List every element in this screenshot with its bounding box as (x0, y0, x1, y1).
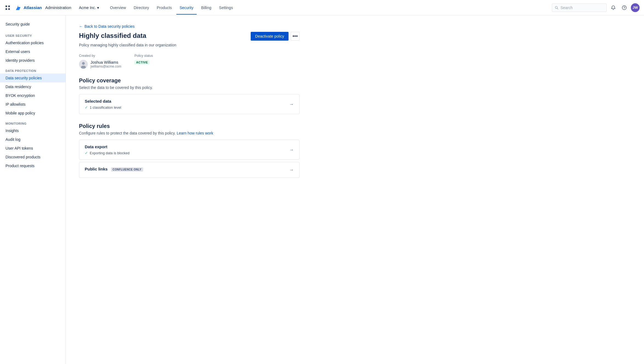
sidebar-item-insights[interactable]: Insights (0, 126, 66, 135)
sidebar-item-security-guide[interactable]: Security guide (0, 20, 66, 29)
svg-point-9 (82, 62, 85, 65)
nav-left: Atlassian Administration Acme Inc. ▾ Ove… (4, 3, 236, 12)
sidebar-item-audit-log[interactable]: Audit log (0, 135, 66, 144)
public-links-arrow: → (289, 167, 294, 172)
status-label: Policy status (134, 54, 153, 58)
nav-link-directory[interactable]: Directory (130, 3, 152, 12)
page-title: Highly classified data (79, 32, 146, 40)
deactivate-policy-button[interactable]: Deactivate policy (251, 32, 289, 41)
public-links-title-text: Public links (85, 167, 108, 171)
status-group: Policy status ACTIVE (134, 54, 153, 69)
sidebar-item-identity-providers[interactable]: Identity providers (0, 56, 66, 65)
creator-avatar (79, 60, 88, 69)
public-links-card[interactable]: Public links CONFLUENCE ONLY → (79, 162, 300, 178)
top-nav: Atlassian Administration Acme Inc. ▾ Ove… (0, 0, 644, 15)
notifications-icon[interactable] (609, 3, 618, 12)
arrow-icon: → (289, 102, 294, 107)
sidebar-item-external-users[interactable]: External users (0, 47, 66, 56)
selected-data-detail: ✓ 1 classification level (85, 105, 121, 110)
check-icon: ✓ (85, 105, 88, 110)
svg-rect-1 (8, 5, 10, 7)
public-links-title: Public links CONFLUENCE ONLY (85, 167, 143, 172)
svg-text:?: ? (623, 6, 625, 9)
atlassian-logo[interactable]: Atlassian (14, 4, 42, 12)
search-icon (555, 6, 558, 10)
coverage-desc: Select the data to be covered by this po… (79, 85, 300, 90)
data-export-arrow: → (289, 147, 294, 152)
status-badge: ACTIVE (134, 60, 149, 65)
data-export-card[interactable]: Data export ✓ Exporting data is blocked … (79, 140, 300, 160)
page-subtitle: Policy managing highly classified data i… (79, 43, 300, 47)
sidebar: Security guide USER SECURITY Authenticat… (0, 15, 66, 364)
svg-rect-3 (8, 8, 10, 10)
data-export-text: Exporting data is blocked (90, 151, 129, 155)
policy-rules-section: Policy rules Configure rules to protect … (79, 123, 300, 178)
sidebar-section-monitoring: MONITORING (0, 117, 66, 126)
creator-group: Created by Joshua Williams jwilliams@acm… (79, 54, 121, 69)
sidebar-item-discovered-products[interactable]: Discovered products (0, 153, 66, 161)
creator-details: Joshua Williams jwilliams@acme.com (91, 60, 121, 68)
nav-links: Overview Directory Products Security Bil… (107, 3, 236, 12)
data-export-detail: ✓ Exporting data is blocked (85, 151, 129, 155)
nav-link-settings[interactable]: Settings (216, 3, 236, 12)
data-export-title: Data export (85, 144, 129, 149)
help-icon[interactable]: ? (620, 3, 629, 12)
rules-desc: Configure rules to protect the data cove… (79, 131, 300, 135)
nav-link-security[interactable]: Security (176, 3, 197, 12)
creator-info: Joshua Williams jwilliams@acme.com (79, 60, 121, 69)
search-input[interactable] (560, 5, 604, 10)
sidebar-item-mobile-app[interactable]: Mobile app policy (0, 109, 66, 117)
policy-meta: Created by Joshua Williams jwilliams@acm… (79, 54, 300, 69)
page-layout: Security guide USER SECURITY Authenticat… (0, 15, 644, 364)
sidebar-item-product-requests[interactable]: Product requests (0, 161, 66, 170)
sidebar-item-auth-policies[interactable]: Authentication policies (0, 38, 66, 47)
main-content: ← Back to Data security policies Highly … (66, 15, 313, 364)
sidebar-item-data-residency[interactable]: Data residency (0, 82, 66, 91)
policy-coverage-section: Policy coverage Select the data to be co… (79, 77, 300, 114)
creator-email: jwilliams@acme.com (91, 65, 121, 68)
confluence-only-badge: CONFLUENCE ONLY (111, 167, 143, 172)
data-export-left: Data export ✓ Exporting data is blocked (85, 144, 129, 155)
org-chevron: ▾ (97, 5, 99, 10)
selected-data-title: Selected data (85, 99, 121, 103)
svg-rect-0 (5, 5, 7, 7)
nav-link-overview[interactable]: Overview (107, 3, 129, 12)
grid-icon[interactable] (4, 4, 11, 11)
search-box[interactable] (552, 4, 607, 12)
sidebar-section-data-protection: DATA PROTECTION (0, 65, 66, 74)
creator-name: Joshua Williams (91, 60, 121, 65)
created-by-label: Created by (79, 54, 121, 58)
sidebar-item-byok-encryption[interactable]: BYOK encryption (0, 91, 66, 100)
svg-rect-2 (5, 8, 7, 10)
selected-data-card[interactable]: Selected data ✓ 1 classification level → (79, 94, 300, 114)
svg-line-5 (557, 8, 558, 9)
page-header: Highly classified data Deactivate policy… (79, 32, 300, 41)
data-export-check-icon: ✓ (85, 151, 88, 155)
user-avatar[interactable]: JW (631, 3, 640, 12)
sidebar-item-ip-allowlists[interactable]: IP allowlists (0, 100, 66, 109)
coverage-title: Policy coverage (79, 77, 300, 84)
card-left: Selected data ✓ 1 classification level (85, 99, 121, 110)
sidebar-item-data-security[interactable]: Data security policies (0, 74, 66, 82)
learn-more-link[interactable]: Learn how rules work (177, 131, 213, 135)
more-icon: ••• (293, 33, 298, 39)
nav-link-billing[interactable]: Billing (198, 3, 214, 12)
app-name: Administration (45, 5, 71, 10)
rules-title: Policy rules (79, 123, 300, 129)
sidebar-item-user-api-tokens[interactable]: User API tokens (0, 144, 66, 153)
rules-desc-text: Configure rules to protect the data cove… (79, 131, 176, 135)
org-selector[interactable]: Acme Inc. ▾ (77, 4, 101, 11)
header-actions: Deactivate policy ••• (251, 32, 300, 41)
nav-link-products[interactable]: Products (153, 3, 175, 12)
sidebar-section-user-security: USER SECURITY (0, 30, 66, 38)
nav-right: ? JW (552, 3, 640, 12)
breadcrumb-label: Back to Data security policies (84, 24, 135, 29)
selected-data-text: 1 classification level (90, 105, 121, 110)
brand-name: Atlassian (24, 5, 42, 10)
breadcrumb[interactable]: ← Back to Data security policies (79, 24, 300, 29)
more-options-button[interactable]: ••• (291, 32, 300, 41)
public-links-left: Public links CONFLUENCE ONLY (85, 167, 143, 173)
breadcrumb-arrow: ← (79, 24, 83, 29)
org-name: Acme Inc. (79, 5, 96, 10)
